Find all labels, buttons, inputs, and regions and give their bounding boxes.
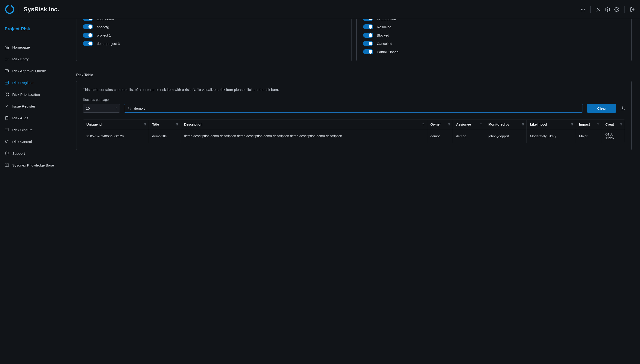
register-icon [5,80,9,85]
kb-icon [5,163,9,168]
sort-icon: ⇅ [176,123,178,126]
sidebar-item-homepage[interactable]: Homepage [0,42,68,53]
sidebar-item-risk-prioritization[interactable]: Risk Prioritization [0,88,68,100]
sidebar-item-label: Risk Register [12,81,34,85]
sidebar-item-label: Sysonex Knowledge Base [12,163,54,168]
column-header[interactable]: Assignee⇅ [453,120,485,129]
svg-line-35 [130,109,131,110]
toggle-switch[interactable] [83,41,93,46]
sidebar-item-label: Support [12,152,25,156]
search-box[interactable] [124,104,583,112]
toggle-switch[interactable] [83,24,93,29]
sort-icon: ⇅ [448,123,450,126]
toggle-switch[interactable] [363,19,373,21]
page-size-select[interactable]: 10 ▲▼ [83,104,120,112]
cell-likelihood: Moderately Likely [527,129,576,144]
toggle-label: demo project 3 [97,42,120,46]
main-content: abcd demo abcdefgprojject 1demo project … [68,19,640,364]
column-header[interactable]: Title⇅ [149,120,181,129]
risk-table-heading: Risk Table [76,73,632,77]
cell-impact: Major [576,129,602,144]
sidebar-item-risk-control[interactable]: Risk Control [0,136,68,148]
sidebar-item-risk-closure[interactable]: Risk Closure [0,124,68,136]
audit-icon [5,116,9,120]
toggle-label: Partial Closed [377,50,398,54]
sidebar-item-label: Risk Closure [12,128,33,132]
user-icon[interactable] [596,7,601,12]
sidebar-item-risk-approval-queue[interactable]: Risk Approval Queue [0,65,68,77]
search-input[interactable] [134,106,579,110]
toggle-label: abcd demo [97,19,114,21]
brand-title: SysRisk Inc. [24,6,59,13]
divider [19,5,19,14]
top-bar: SysRisk Inc. [0,0,640,19]
cell-owner: democ [427,129,453,144]
sidebar: Project Risk HomepageRisk EntryRisk Appr… [0,19,68,364]
toggle-switch[interactable] [363,32,373,38]
project-filter-panel: abcd demo abcdefgprojject 1demo project … [76,19,352,61]
sort-icon: ⇅ [620,123,622,126]
sidebar-item-label: Issue Register [12,104,35,108]
column-header[interactable]: Creat⇅ [602,120,625,129]
svg-point-4 [583,9,583,10]
sidebar-item-support[interactable]: Support [0,148,68,159]
sidebar-item-label: Risk Entry [12,57,29,61]
toggle-label: Cancelled [377,42,392,46]
toggle-switch[interactable] [363,49,373,54]
svg-point-6 [581,11,582,11]
toggle-switch[interactable] [83,19,93,21]
svg-point-7 [583,11,583,11]
column-header[interactable]: Likelihood⇅ [527,120,576,129]
toggle-switch[interactable] [83,32,93,38]
toggle-label: Blocked [377,33,389,37]
entry-icon [5,57,9,61]
download-icon[interactable] [620,106,625,110]
svg-point-0 [581,8,582,8]
sidebar-item-risk-entry[interactable]: Risk Entry [0,53,68,65]
column-header[interactable]: Owner⇅ [427,120,453,129]
toggle-label: Resolved [377,25,391,29]
issue-icon [5,104,9,108]
sidebar-item-label: Risk Control [12,140,32,144]
prior-icon [5,92,9,97]
sort-icon: ⇅ [597,123,599,126]
svg-rect-18 [5,93,7,94]
column-header[interactable]: Monitored by⇅ [485,120,527,129]
support-icon [5,151,9,156]
sidebar-item-sysonex-knowledge-base[interactable]: Sysonex Knowledge Base [0,159,68,171]
sidebar-item-label: Risk Prioritization [12,92,40,97]
stepper-arrows-icon: ▲▼ [115,106,117,110]
sidebar-item-risk-register[interactable]: Risk Register [0,77,68,88]
sort-icon: ⇅ [422,123,425,126]
column-header[interactable]: Unique id⇅ [83,120,149,129]
svg-rect-21 [7,95,9,96]
svg-point-10 [616,9,617,10]
settings-gear-icon[interactable] [614,7,619,12]
sort-icon: ⇅ [571,123,573,126]
sidebar-item-label: Risk Approval Queue [12,69,46,73]
records-per-page-label: Records per page [83,98,625,102]
cell-monitored: johnnydepp01 [485,129,527,144]
cell-assignee: democ [453,129,485,144]
apps-grid-icon[interactable] [580,7,585,12]
status-filter-panel: In Execution ResolvedBlockedCancelledPar… [356,19,632,61]
sidebar-item-label: Risk Audit [12,116,28,120]
page-size-value: 10 [86,106,90,110]
sort-icon: ⇅ [480,123,483,126]
sort-icon: ⇅ [522,123,524,126]
queue-icon [5,69,9,73]
clear-button[interactable]: Clear [587,104,616,112]
cube-icon[interactable] [605,7,610,12]
toggle-switch[interactable] [363,41,373,46]
sidebar-item-risk-audit[interactable]: Risk Audit [0,112,68,124]
column-header[interactable]: Description⇅ [181,120,427,129]
divider [5,36,63,36]
toggle-switch[interactable] [363,24,373,29]
svg-rect-19 [7,93,9,94]
table-row[interactable]: 21057020240604000129 demo title demo des… [83,129,625,144]
risk-table-description: This table contains complete list of all… [83,88,625,92]
logout-icon[interactable] [630,7,635,12]
column-header[interactable]: Impact⇅ [576,120,602,129]
svg-point-8 [584,11,585,11]
sidebar-item-issue-register[interactable]: Issue Register [0,100,68,112]
